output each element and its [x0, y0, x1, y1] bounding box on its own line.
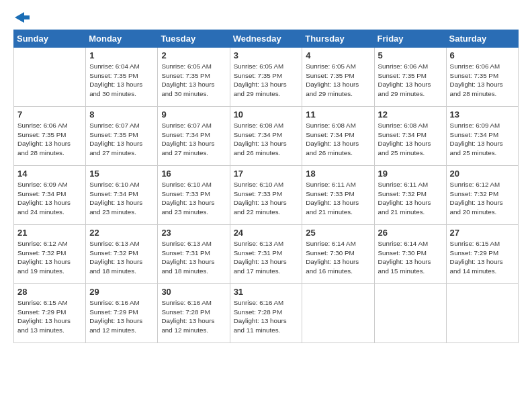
calendar-cell: 23Sunrise: 6:13 AMSunset: 7:31 PMDayligh…: [158, 225, 230, 284]
calendar-cell: [374, 284, 446, 343]
day-info: Sunrise: 6:15 AMSunset: 7:29 PMDaylight:…: [17, 298, 82, 335]
calendar-cell: 30Sunrise: 6:16 AMSunset: 7:28 PMDayligh…: [158, 284, 230, 343]
day-number: 30: [161, 287, 226, 297]
calendar-cell: 27Sunrise: 6:15 AMSunset: 7:29 PMDayligh…: [446, 225, 518, 284]
day-info: Sunrise: 6:14 AMSunset: 7:30 PMDaylight:…: [306, 239, 370, 276]
day-number: 27: [450, 228, 515, 238]
day-number: 26: [378, 228, 443, 238]
calendar-cell: 5Sunrise: 6:06 AMSunset: 7:35 PMDaylight…: [374, 48, 446, 107]
calendar-week-row: 28Sunrise: 6:15 AMSunset: 7:29 PMDayligh…: [14, 284, 519, 343]
day-info: Sunrise: 6:05 AMSunset: 7:35 PMDaylight:…: [234, 62, 299, 99]
day-info: Sunrise: 6:09 AMSunset: 7:34 PMDaylight:…: [450, 121, 515, 158]
day-info: Sunrise: 6:16 AMSunset: 7:29 PMDaylight:…: [89, 298, 154, 335]
calendar-week-row: 7Sunrise: 6:06 AMSunset: 7:35 PMDaylight…: [14, 107, 519, 166]
calendar-cell: 19Sunrise: 6:11 AMSunset: 7:32 PMDayligh…: [374, 166, 446, 225]
day-number: 29: [89, 287, 154, 297]
day-info: Sunrise: 6:10 AMSunset: 7:33 PMDaylight:…: [161, 180, 226, 217]
logo-icon: [15, 12, 30, 23]
calendar-cell: 13Sunrise: 6:09 AMSunset: 7:34 PMDayligh…: [446, 107, 518, 166]
calendar-cell: 15Sunrise: 6:10 AMSunset: 7:34 PMDayligh…: [86, 166, 158, 225]
calendar-cell: 12Sunrise: 6:08 AMSunset: 7:34 PMDayligh…: [374, 107, 446, 166]
page: SundayMondayTuesdayWednesdayThursdayFrid…: [0, 0, 532, 411]
day-info: Sunrise: 6:13 AMSunset: 7:31 PMDaylight:…: [161, 239, 226, 276]
calendar-cell: 8Sunrise: 6:07 AMSunset: 7:35 PMDaylight…: [86, 107, 158, 166]
day-info: Sunrise: 6:12 AMSunset: 7:32 PMDaylight:…: [17, 239, 82, 276]
calendar-cell: [14, 48, 86, 107]
day-info: Sunrise: 6:06 AMSunset: 7:35 PMDaylight:…: [450, 62, 515, 99]
day-number: 17: [234, 169, 299, 179]
calendar-cell: 24Sunrise: 6:13 AMSunset: 7:31 PMDayligh…: [230, 225, 302, 284]
day-info: Sunrise: 6:06 AMSunset: 7:35 PMDaylight:…: [378, 62, 443, 99]
calendar-week-row: 1Sunrise: 6:04 AMSunset: 7:35 PMDaylight…: [14, 48, 519, 107]
calendar-cell: 25Sunrise: 6:14 AMSunset: 7:30 PMDayligh…: [302, 225, 374, 284]
calendar-cell: 6Sunrise: 6:06 AMSunset: 7:35 PMDaylight…: [446, 48, 518, 107]
svg-marker-0: [15, 12, 30, 23]
calendar-cell: 22Sunrise: 6:13 AMSunset: 7:32 PMDayligh…: [86, 225, 158, 284]
day-number: 1: [89, 50, 154, 60]
calendar-cell: 28Sunrise: 6:15 AMSunset: 7:29 PMDayligh…: [14, 284, 86, 343]
calendar-week-row: 21Sunrise: 6:12 AMSunset: 7:32 PMDayligh…: [14, 225, 519, 284]
day-number: 8: [89, 109, 154, 120]
day-info: Sunrise: 6:15 AMSunset: 7:29 PMDaylight:…: [450, 239, 515, 276]
day-number: 2: [161, 50, 226, 60]
calendar-cell: 7Sunrise: 6:06 AMSunset: 7:35 PMDaylight…: [14, 107, 86, 166]
calendar-cell: 2Sunrise: 6:05 AMSunset: 7:35 PMDaylight…: [158, 48, 230, 107]
calendar-cell: 9Sunrise: 6:07 AMSunset: 7:34 PMDaylight…: [158, 107, 230, 166]
calendar-cell: 14Sunrise: 6:09 AMSunset: 7:34 PMDayligh…: [14, 166, 86, 225]
day-number: 16: [161, 169, 226, 179]
day-info: Sunrise: 6:07 AMSunset: 7:34 PMDaylight:…: [161, 121, 226, 158]
day-number: 11: [306, 109, 370, 120]
day-number: 22: [89, 228, 154, 238]
day-info: Sunrise: 6:07 AMSunset: 7:35 PMDaylight:…: [89, 121, 154, 158]
calendar-cell: 1Sunrise: 6:04 AMSunset: 7:35 PMDaylight…: [86, 48, 158, 107]
calendar-week-row: 14Sunrise: 6:09 AMSunset: 7:34 PMDayligh…: [14, 166, 519, 225]
day-number: 15: [89, 169, 154, 179]
day-info: Sunrise: 6:14 AMSunset: 7:30 PMDaylight:…: [378, 239, 443, 276]
calendar-header-row: SundayMondayTuesdayWednesdayThursdayFrid…: [14, 30, 519, 48]
header: [13, 12, 519, 23]
day-info: Sunrise: 6:11 AMSunset: 7:33 PMDaylight:…: [306, 180, 370, 217]
weekday-header: Wednesday: [230, 30, 302, 48]
day-number: 5: [378, 50, 443, 60]
day-number: 12: [378, 109, 443, 120]
calendar-cell: 31Sunrise: 6:16 AMSunset: 7:28 PMDayligh…: [230, 284, 302, 343]
day-number: 21: [17, 228, 82, 238]
day-number: 6: [450, 50, 515, 60]
day-info: Sunrise: 6:05 AMSunset: 7:35 PMDaylight:…: [161, 62, 226, 99]
day-number: 28: [17, 287, 82, 297]
calendar-cell: 16Sunrise: 6:10 AMSunset: 7:33 PMDayligh…: [158, 166, 230, 225]
day-info: Sunrise: 6:11 AMSunset: 7:32 PMDaylight:…: [378, 180, 443, 217]
day-info: Sunrise: 6:10 AMSunset: 7:34 PMDaylight:…: [89, 180, 154, 217]
day-number: 31: [234, 287, 299, 297]
calendar-cell: 21Sunrise: 6:12 AMSunset: 7:32 PMDayligh…: [14, 225, 86, 284]
day-info: Sunrise: 6:13 AMSunset: 7:31 PMDaylight:…: [234, 239, 299, 276]
day-info: Sunrise: 6:08 AMSunset: 7:34 PMDaylight:…: [306, 121, 370, 158]
day-info: Sunrise: 6:16 AMSunset: 7:28 PMDaylight:…: [234, 298, 299, 335]
calendar-cell: 11Sunrise: 6:08 AMSunset: 7:34 PMDayligh…: [302, 107, 374, 166]
day-number: 13: [450, 109, 515, 120]
day-number: 4: [306, 50, 370, 60]
day-number: 24: [234, 228, 299, 238]
calendar-cell: 17Sunrise: 6:10 AMSunset: 7:33 PMDayligh…: [230, 166, 302, 225]
calendar-cell: 26Sunrise: 6:14 AMSunset: 7:30 PMDayligh…: [374, 225, 446, 284]
weekday-header: Sunday: [14, 30, 86, 48]
calendar-cell: 18Sunrise: 6:11 AMSunset: 7:33 PMDayligh…: [302, 166, 374, 225]
day-info: Sunrise: 6:09 AMSunset: 7:34 PMDaylight:…: [17, 180, 82, 217]
day-info: Sunrise: 6:06 AMSunset: 7:35 PMDaylight:…: [17, 121, 82, 158]
day-info: Sunrise: 6:12 AMSunset: 7:32 PMDaylight:…: [450, 180, 515, 217]
day-number: 9: [161, 109, 226, 120]
day-info: Sunrise: 6:08 AMSunset: 7:34 PMDaylight:…: [234, 121, 299, 158]
day-number: 10: [234, 109, 299, 120]
calendar-cell: 10Sunrise: 6:08 AMSunset: 7:34 PMDayligh…: [230, 107, 302, 166]
day-info: Sunrise: 6:13 AMSunset: 7:32 PMDaylight:…: [89, 239, 154, 276]
day-info: Sunrise: 6:05 AMSunset: 7:35 PMDaylight:…: [306, 62, 370, 99]
weekday-header: Monday: [86, 30, 158, 48]
calendar-cell: [302, 284, 374, 343]
day-number: 20: [450, 169, 515, 179]
day-number: 23: [161, 228, 226, 238]
day-number: 14: [17, 169, 82, 179]
calendar-cell: 20Sunrise: 6:12 AMSunset: 7:32 PMDayligh…: [446, 166, 518, 225]
day-info: Sunrise: 6:04 AMSunset: 7:35 PMDaylight:…: [89, 62, 154, 99]
calendar-cell: 3Sunrise: 6:05 AMSunset: 7:35 PMDaylight…: [230, 48, 302, 107]
calendar-cell: [446, 284, 518, 343]
